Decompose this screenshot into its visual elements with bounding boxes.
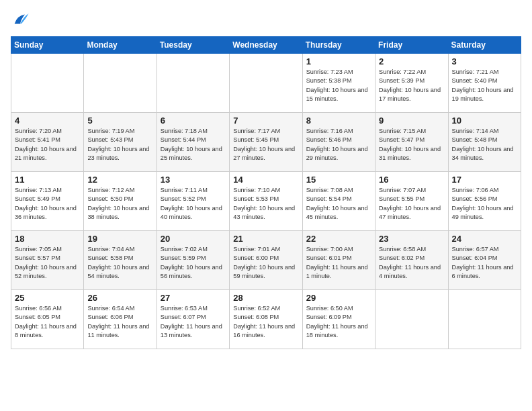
day-detail: Sunrise: 7:11 AM Sunset: 5:52 PM Dayligh… (161, 186, 226, 222)
calendar-cell: 5Sunrise: 7:19 AM Sunset: 5:43 PM Daylig… (84, 113, 157, 172)
day-number: 6 (161, 116, 226, 126)
day-header-tuesday: Tuesday (157, 37, 229, 54)
calendar-cell: 13Sunrise: 7:11 AM Sunset: 5:52 PM Dayli… (157, 172, 229, 231)
day-number: 12 (87, 175, 152, 185)
logo (11, 11, 32, 30)
day-number: 10 (452, 116, 517, 126)
calendar-cell (11, 54, 84, 113)
day-number: 4 (15, 116, 80, 126)
day-number: 15 (306, 175, 371, 185)
day-number: 9 (379, 116, 444, 126)
day-number: 25 (15, 293, 80, 303)
calendar-cell (375, 290, 448, 349)
day-number: 19 (87, 234, 152, 244)
calendar-week-2: 4Sunrise: 7:20 AM Sunset: 5:41 PM Daylig… (11, 113, 521, 172)
day-number: 29 (306, 293, 371, 303)
day-detail: Sunrise: 7:06 AM Sunset: 5:56 PM Dayligh… (452, 186, 517, 222)
day-number: 23 (379, 234, 444, 244)
day-number: 16 (379, 175, 444, 185)
calendar-cell: 29Sunrise: 6:50 AM Sunset: 6:09 PM Dayli… (302, 290, 375, 349)
day-detail: Sunrise: 7:22 AM Sunset: 5:39 PM Dayligh… (379, 68, 444, 103)
calendar-cell: 24Sunrise: 6:57 AM Sunset: 6:04 PM Dayli… (448, 231, 521, 290)
day-number: 8 (306, 116, 371, 126)
day-detail: Sunrise: 6:58 AM Sunset: 6:02 PM Dayligh… (379, 245, 444, 281)
day-detail: Sunrise: 7:05 AM Sunset: 5:57 PM Dayligh… (15, 245, 80, 281)
calendar-cell: 11Sunrise: 7:13 AM Sunset: 5:49 PM Dayli… (11, 172, 84, 231)
calendar-cell: 27Sunrise: 6:53 AM Sunset: 6:07 PM Dayli… (157, 290, 229, 349)
calendar-cell: 20Sunrise: 7:02 AM Sunset: 5:59 PM Dayli… (157, 231, 229, 290)
calendar-cell: 21Sunrise: 7:01 AM Sunset: 6:00 PM Dayli… (230, 231, 302, 290)
day-header-wednesday: Wednesday (230, 37, 302, 54)
day-detail: Sunrise: 7:20 AM Sunset: 5:41 PM Dayligh… (15, 127, 80, 163)
day-detail: Sunrise: 7:04 AM Sunset: 5:58 PM Dayligh… (87, 245, 152, 281)
day-number: 1 (306, 56, 371, 66)
day-detail: Sunrise: 7:15 AM Sunset: 5:47 PM Dayligh… (379, 127, 444, 163)
calendar-cell: 28Sunrise: 6:52 AM Sunset: 6:08 PM Dayli… (230, 290, 302, 349)
day-detail: Sunrise: 7:16 AM Sunset: 5:46 PM Dayligh… (306, 127, 371, 163)
day-detail: Sunrise: 6:53 AM Sunset: 6:07 PM Dayligh… (161, 304, 226, 340)
calendar-cell (157, 54, 229, 113)
calendar-cell: 8Sunrise: 7:16 AM Sunset: 5:46 PM Daylig… (302, 113, 375, 172)
day-detail: Sunrise: 7:13 AM Sunset: 5:49 PM Dayligh… (15, 186, 80, 222)
day-number: 3 (452, 56, 517, 66)
day-number: 24 (452, 234, 517, 244)
calendar-cell (230, 54, 302, 113)
calendar-cell: 18Sunrise: 7:05 AM Sunset: 5:57 PM Dayli… (11, 231, 84, 290)
day-detail: Sunrise: 7:00 AM Sunset: 6:01 PM Dayligh… (306, 245, 371, 281)
calendar-week-3: 11Sunrise: 7:13 AM Sunset: 5:49 PM Dayli… (11, 172, 521, 231)
day-number: 22 (306, 234, 371, 244)
day-detail: Sunrise: 7:07 AM Sunset: 5:55 PM Dayligh… (379, 186, 444, 222)
calendar-week-5: 25Sunrise: 6:56 AM Sunset: 6:05 PM Dayli… (11, 290, 521, 349)
day-header-friday: Friday (375, 37, 448, 54)
day-detail: Sunrise: 7:19 AM Sunset: 5:43 PM Dayligh… (87, 127, 152, 163)
day-detail: Sunrise: 7:12 AM Sunset: 5:50 PM Dayligh… (87, 186, 152, 222)
calendar-cell: 25Sunrise: 6:56 AM Sunset: 6:05 PM Dayli… (11, 290, 84, 349)
day-detail: Sunrise: 7:18 AM Sunset: 5:44 PM Dayligh… (161, 127, 226, 163)
calendar-cell (448, 290, 521, 349)
calendar-cell: 16Sunrise: 7:07 AM Sunset: 5:55 PM Dayli… (375, 172, 448, 231)
calendar-cell: 2Sunrise: 7:22 AM Sunset: 5:39 PM Daylig… (375, 54, 448, 113)
calendar-cell: 3Sunrise: 7:21 AM Sunset: 5:40 PM Daylig… (448, 54, 521, 113)
calendar-table: SundayMondayTuesdayWednesdayThursdayFrid… (11, 36, 521, 349)
day-detail: Sunrise: 7:14 AM Sunset: 5:48 PM Dayligh… (452, 127, 517, 163)
calendar-cell: 17Sunrise: 7:06 AM Sunset: 5:56 PM Dayli… (448, 172, 521, 231)
calendar-cell: 26Sunrise: 6:54 AM Sunset: 6:06 PM Dayli… (84, 290, 157, 349)
day-number: 7 (233, 116, 298, 126)
calendar-header-row: SundayMondayTuesdayWednesdayThursdayFrid… (11, 37, 521, 54)
day-detail: Sunrise: 6:54 AM Sunset: 6:06 PM Dayligh… (87, 304, 152, 340)
day-number: 17 (452, 175, 517, 185)
day-number: 26 (87, 293, 152, 303)
day-detail: Sunrise: 7:21 AM Sunset: 5:40 PM Dayligh… (452, 68, 517, 103)
calendar-cell: 12Sunrise: 7:12 AM Sunset: 5:50 PM Dayli… (84, 172, 157, 231)
day-header-sunday: Sunday (11, 37, 84, 54)
day-detail: Sunrise: 7:10 AM Sunset: 5:53 PM Dayligh… (233, 186, 298, 222)
calendar-cell: 15Sunrise: 7:08 AM Sunset: 5:54 PM Dayli… (302, 172, 375, 231)
calendar-cell: 6Sunrise: 7:18 AM Sunset: 5:44 PM Daylig… (157, 113, 229, 172)
day-detail: Sunrise: 7:02 AM Sunset: 5:59 PM Dayligh… (161, 245, 226, 281)
day-number: 2 (379, 56, 444, 66)
day-header-monday: Monday (84, 37, 157, 54)
calendar-cell: 9Sunrise: 7:15 AM Sunset: 5:47 PM Daylig… (375, 113, 448, 172)
calendar-cell: 23Sunrise: 6:58 AM Sunset: 6:02 PM Dayli… (375, 231, 448, 290)
calendar-week-4: 18Sunrise: 7:05 AM Sunset: 5:57 PM Dayli… (11, 231, 521, 290)
calendar-cell: 19Sunrise: 7:04 AM Sunset: 5:58 PM Dayli… (84, 231, 157, 290)
day-header-thursday: Thursday (302, 37, 375, 54)
day-number: 27 (161, 293, 226, 303)
day-detail: Sunrise: 6:50 AM Sunset: 6:09 PM Dayligh… (306, 304, 371, 340)
day-number: 21 (233, 234, 298, 244)
day-number: 20 (161, 234, 226, 244)
day-number: 28 (233, 293, 298, 303)
calendar-cell: 4Sunrise: 7:20 AM Sunset: 5:41 PM Daylig… (11, 113, 84, 172)
day-number: 18 (15, 234, 80, 244)
page-header (11, 11, 521, 30)
day-detail: Sunrise: 6:57 AM Sunset: 6:04 PM Dayligh… (452, 245, 517, 281)
logo-bird-icon (11, 11, 30, 30)
day-number: 11 (15, 175, 80, 185)
day-detail: Sunrise: 7:01 AM Sunset: 6:00 PM Dayligh… (233, 245, 298, 281)
calendar-cell: 7Sunrise: 7:17 AM Sunset: 5:45 PM Daylig… (230, 113, 302, 172)
calendar-cell: 1Sunrise: 7:23 AM Sunset: 5:38 PM Daylig… (302, 54, 375, 113)
calendar-week-1: 1Sunrise: 7:23 AM Sunset: 5:38 PM Daylig… (11, 54, 521, 113)
day-number: 5 (87, 116, 152, 126)
calendar-cell (84, 54, 157, 113)
day-detail: Sunrise: 7:08 AM Sunset: 5:54 PM Dayligh… (306, 186, 371, 222)
